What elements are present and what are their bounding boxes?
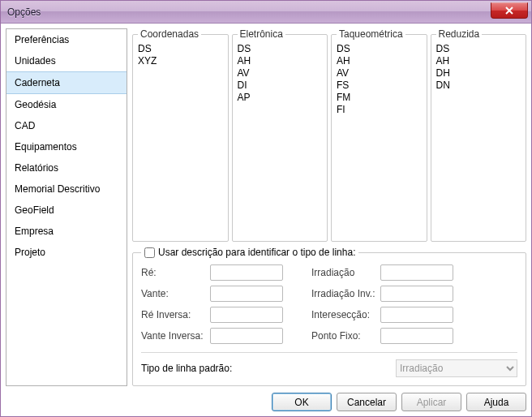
field-label-left-1: Vante: [141,288,210,299]
category-sidebar[interactable]: PreferênciasUnidadesCadernetaGeodésiaCAD… [6,28,127,386]
use-description-label: Usar descrição para identificar o tipo d… [158,247,355,258]
list-item[interactable]: FS [337,80,422,92]
field-label-right-0: Irradiação [311,267,380,278]
apply-button[interactable]: Aplicar [401,393,461,411]
list-item[interactable]: DI [238,80,323,92]
sidebar-item-9[interactable]: Empresa [6,221,127,242]
field-label-right-3: Ponto Fixo: [311,330,380,342]
list-item[interactable]: AV [238,67,323,80]
list-item[interactable]: FI [337,104,422,116]
close-button[interactable] [491,2,528,19]
columns-row: CoordenadasDSXYZEletrônicaDSAHAVDIAPTaqu… [132,28,526,242]
column-list[interactable]: DSAHAVDIAP [238,43,323,104]
description-fields: Ré:IrradiaçãoVante:Irradiação Inv.:Ré In… [141,264,517,344]
default-line-label: Tipo de linha padrão: [141,363,388,374]
list-item[interactable]: AP [238,92,323,104]
column-2: TaqueométricaDSAHAVFSFMFI [331,28,427,242]
list-item[interactable]: AH [238,55,323,67]
column-1: EletrônicaDSAHAVDIAP [232,28,328,242]
ok-button[interactable]: OK [272,393,332,411]
list-item[interactable]: FM [337,92,422,104]
column-list[interactable]: DSAHAVFSFMFI [337,43,422,116]
window-title: Opções [7,6,41,18]
list-item[interactable]: DN [436,80,521,92]
sidebar-item-10[interactable]: Projeto [6,242,127,263]
cancel-button[interactable]: Cancelar [337,393,397,411]
field-input-left-1[interactable] [210,286,283,302]
client-area: PreferênciasUnidadesCadernetaGeodésiaCAD… [1,24,531,416]
field-input-left-0[interactable] [210,264,283,281]
column-0: CoordenadasDSXYZ [132,28,229,242]
close-icon [505,6,513,15]
column-3: ReduzidaDSAHDHDN [431,28,527,242]
sidebar-item-7[interactable]: Memorial Descritivo [6,178,127,200]
description-legend: Usar descrição para identificar o tipo d… [141,247,358,258]
list-item[interactable]: AH [337,55,422,67]
default-line-row: Tipo de linha padrão: Irradiação [141,352,517,377]
field-input-left-2[interactable] [210,307,283,323]
field-input-right-2[interactable] [380,307,453,323]
list-item[interactable]: DH [436,67,521,80]
field-label-left-3: Vante Inversa: [141,330,210,342]
list-item[interactable]: AH [436,55,521,67]
column-title: Eletrônica [238,28,285,40]
sidebar-item-6[interactable]: Relatórios [6,157,127,178]
sidebar-item-2[interactable]: Caderneta [6,71,127,94]
field-input-left-3[interactable] [210,328,283,344]
content-panel: CoordenadasDSXYZEletrônicaDSAHAVDIAPTaqu… [132,28,526,386]
sidebar-item-8[interactable]: GeoField [6,200,127,221]
help-button[interactable]: Ajuda [466,393,526,411]
sidebar-item-3[interactable]: Geodésia [6,94,127,115]
list-item[interactable]: DS [337,43,422,55]
button-bar: OK Cancelar Aplicar Ajuda [6,386,526,411]
field-label-right-1: Irradiação Inv.: [311,288,380,299]
field-input-right-0[interactable] [380,264,453,281]
column-list[interactable]: DSAHDHDN [436,43,521,92]
use-description-checkbox[interactable] [144,247,155,258]
sidebar-item-1[interactable]: Unidades [6,50,127,71]
column-title: Taqueométrica [337,28,405,40]
titlebar: Opções [1,1,531,24]
options-window: Opções PreferênciasUnidadesCadernetaGeod… [0,0,532,417]
description-group: Usar descrição para identificar o tipo d… [132,247,526,386]
list-item[interactable]: DS [238,43,323,55]
sidebar-item-4[interactable]: CAD [6,115,127,136]
column-title: Coordenadas [138,28,201,40]
list-item[interactable]: DS [436,43,521,55]
field-label-left-0: Ré: [141,267,210,278]
list-item[interactable]: XYZ [138,55,223,67]
sidebar-item-5[interactable]: Equipamentos [6,136,127,157]
list-item[interactable]: DS [138,43,223,55]
main-area: PreferênciasUnidadesCadernetaGeodésiaCAD… [6,28,526,386]
sidebar-item-0[interactable]: Preferências [6,29,127,50]
field-input-right-1[interactable] [380,286,453,302]
default-line-select[interactable]: Irradiação [396,359,517,377]
field-input-right-3[interactable] [380,328,453,344]
field-label-right-2: Interesecção: [311,309,380,320]
column-title: Reduzida [436,28,483,40]
field-label-left-2: Ré Inversa: [141,309,210,320]
column-list[interactable]: DSXYZ [138,43,223,67]
list-item[interactable]: AV [337,67,422,80]
